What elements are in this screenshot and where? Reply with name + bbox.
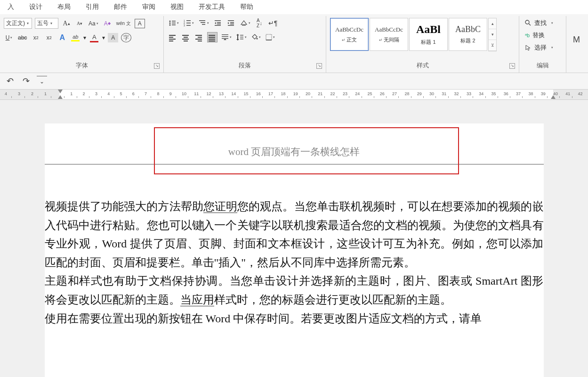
superscript-button[interactable]: x2 [44,33,54,43]
caret-icon: ▾ [27,21,29,25]
svg-line-41 [529,24,531,25]
svg-rect-23 [230,24,234,25]
borders-button[interactable]: ▾ [265,32,276,42]
multilevel-button[interactable]: ▾ [198,18,210,28]
menu-design[interactable]: 设计 [22,0,50,14]
menu-layout[interactable]: 布局 [50,0,78,14]
char-border-button[interactable]: A [135,19,145,28]
svg-rect-22 [230,22,234,23]
increase-indent-button[interactable] [226,18,236,28]
numbering-button[interactable]: 123 ▾ [183,18,195,28]
bullets-button[interactable]: ▾ [168,18,180,28]
svg-rect-14 [202,24,205,25]
style-heading1[interactable]: AaBl 标题 1 [409,18,448,51]
phonetic-button[interactable]: wén 文 [115,18,132,29]
font-color-button[interactable]: A [89,33,99,43]
underline-button[interactable]: U▾ [4,33,14,43]
line-spacing-button[interactable]: ▾ [235,32,248,42]
styles-dialog-launcher[interactable]: ↘ [509,63,515,69]
gallery-up-button[interactable]: ▴ [489,18,496,29]
replace-icon: ᵃb [525,33,530,39]
decrease-indent-button[interactable] [213,18,223,28]
svg-marker-25 [241,21,247,25]
menu-devtools[interactable]: 开发工具 [191,0,233,14]
sort-button[interactable]: AZ↓ [254,18,265,28]
menu-help[interactable]: 帮助 [233,0,261,14]
font-group-label: 字体 ↘ [4,59,160,72]
svg-rect-28 [222,36,228,37]
style-heading2[interactable]: AaBbC 标题 2 [449,18,487,51]
svg-rect-9 [186,23,191,24]
char-shading-button[interactable]: A [108,33,118,42]
menu-bar: 入 设计 布局 引用 邮件 审阅 视图 开发工具 帮助 [0,0,588,14]
strike-button[interactable]: abc [17,33,28,43]
font-name-combo[interactable]: 文正文)▾ [4,18,32,29]
menu-references[interactable]: 引用 [78,0,106,14]
gallery-down-button[interactable]: ▾ [489,29,496,40]
redo-button[interactable]: ↷ [21,76,31,86]
align-justify-button[interactable] [207,32,217,42]
menu-insert[interactable]: 入 [0,0,22,14]
subscript-button[interactable]: x2 [31,33,41,43]
font-color-dropdown[interactable]: ▾ [102,34,105,41]
document-area[interactable]: word 页眉顶端有一条横线怎样 视频提供了功能强大的方法帮助您证明您的观点。当… [0,100,588,377]
find-button[interactable]: 查找▾ [523,18,562,28]
cursor-icon [525,44,532,51]
paragraph-2[interactable]: 主题和样式也有助于文档保持协调。当您单击设计并选择新的主题时，图片、图表或 Sm… [45,272,544,309]
align-center-button[interactable] [181,32,191,42]
svg-point-4 [169,25,171,26]
replace-button[interactable]: ᵃb 替换 [523,30,562,41]
clear-format-button[interactable]: A◆ [102,18,113,29]
change-case-button[interactable]: Aa▾ [88,18,99,29]
undo-button[interactable]: ↶ [5,76,15,86]
distribute-button[interactable]: ▾ [220,32,233,42]
ribbon: 文正文)▾ 五号▾ A▴ A▾ Aa▾ A◆ wén 文 A U▾ abc x2… [0,14,588,73]
svg-rect-13 [201,22,205,23]
paragraph-dialog-launcher[interactable]: ↘ [316,63,322,69]
para-shading-button[interactable]: ▾ [250,32,262,42]
style-nospace[interactable]: AaBbCcDc ↵无间隔 [370,18,408,51]
paragraph-1[interactable]: 视频提供了功能强大的方法帮助您证明您的观点。当您单击联机视频时，可以在想要添加的… [45,197,544,272]
svg-rect-15 [215,20,221,21]
style-normal[interactable]: AaBbCcDc ↵正文 [330,18,369,51]
svg-rect-34 [240,35,243,35]
svg-rect-17 [217,22,221,23]
svg-marker-31 [236,34,239,35]
menu-view[interactable]: 视图 [163,0,191,14]
font-size-value: 五号 [37,19,48,27]
header-underline [45,164,544,164]
gallery-expand-button[interactable]: ⊻ [489,40,496,51]
menu-review[interactable]: 审阅 [135,0,163,14]
header-text[interactable]: word 页眉顶端有一条横线怎样 [45,142,544,164]
styles-gallery: AaBbCcDc ↵正文 AaBbCcDc ↵无间隔 AaBl 标题 1 AaB… [330,18,497,51]
show-marks-button[interactable]: ↵¶ [267,18,279,28]
align-right-button[interactable] [194,32,204,42]
svg-point-2 [169,23,171,24]
paragraph-3[interactable]: 使用在需要位置出现的新按钮在 Word 中保存时间。若要更改图片适应文档的方式，… [45,310,544,328]
menu-mailings[interactable]: 邮件 [106,0,135,14]
svg-rect-12 [199,20,205,21]
horizontal-ruler[interactable]: 4321123456789101112131415161718192021222… [0,90,588,100]
svg-rect-36 [240,39,243,39]
svg-marker-21 [228,22,229,24]
highlight-dropdown[interactable]: ▾ [83,34,86,41]
highlight-button[interactable]: ab [70,33,81,43]
text-effects-button[interactable]: A [57,33,67,43]
page: word 页眉顶端有一条横线怎样 视频提供了功能强大的方法帮助您证明您的观点。当… [45,123,544,377]
grow-font-button[interactable]: A▴ [61,18,72,29]
asian-layout-button[interactable]: ▾ [239,18,251,28]
ribbon-more[interactable]: M [566,16,585,73]
shrink-font-button[interactable]: A▾ [74,18,85,29]
svg-rect-19 [215,25,221,26]
styles-group-label: 样式 ↘ [330,59,515,72]
select-button[interactable]: 选择▾ [523,42,562,53]
font-size-combo[interactable]: 五号▾ [35,18,58,29]
page-header-region[interactable]: word 页眉顶端有一条横线怎样 [45,123,544,169]
enclosed-char-button[interactable]: 字 [121,33,131,42]
document-body[interactable]: 视频提供了功能强大的方法帮助您证明您的观点。当您单击联机视频时，可以在想要添加的… [45,169,544,328]
svg-rect-7 [186,20,191,21]
svg-marker-33 [236,39,239,41]
align-left-button[interactable] [168,32,178,42]
font-dialog-launcher[interactable]: ↘ [154,63,160,69]
customize-qat-button[interactable]: ⌄ [37,76,47,86]
